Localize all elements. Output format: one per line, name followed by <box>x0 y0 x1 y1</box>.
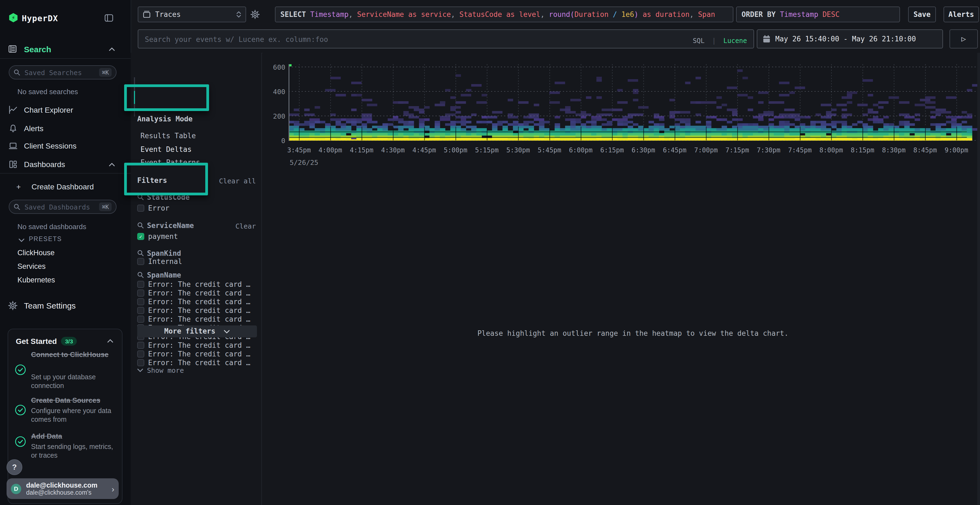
sql-token: , <box>451 10 459 19</box>
get-started-card: Get Started 3/3 Connect to ClickHouseSet… <box>8 329 123 504</box>
save-button[interactable]: Save <box>908 6 936 22</box>
sql-token: ServiceName as service <box>357 10 451 19</box>
create-dashboard-button[interactable]: + Create Dashboard <box>16 181 94 192</box>
divider <box>0 58 130 59</box>
hyperdx-logo-icon: ⚡ <box>9 13 18 22</box>
spanname-filter-row: Error: The credit card … <box>137 341 257 350</box>
analysis-mode-event-deltas[interactable]: Event Deltas <box>140 145 192 154</box>
checkbox-payment-checked[interactable]: ✓ <box>137 233 144 240</box>
sidebar-section-search[interactable]: Search <box>24 44 51 54</box>
sidebar: ⚡ HyperDX Search Saved Searches ⌘K No sa… <box>0 0 131 505</box>
spanname-filter-row: Error: The credit card … <box>137 315 257 324</box>
x-axis-date-label: 5/26/25 <box>290 158 318 167</box>
progress-badge: 3/3 <box>61 337 77 346</box>
more-filters-button[interactable]: More filters <box>137 326 257 337</box>
show-more-button[interactable]: Show more <box>147 366 184 375</box>
sidebar-preset-clickhouse[interactable]: ClickHouse <box>18 249 55 257</box>
filter-group-spankind[interactable]: SpanKind <box>147 249 181 257</box>
run-query-button[interactable]: ▷ <box>950 29 978 48</box>
filter-value-spanname[interactable]: Error: The credit card … <box>148 280 250 288</box>
checkbox-internal[interactable] <box>137 258 144 265</box>
search-icon <box>137 272 144 278</box>
filter-value-spanname[interactable]: Error: The credit card … <box>148 306 250 314</box>
filter-value-spanname[interactable]: Error: The credit card … <box>148 298 250 306</box>
checkbox-spanname[interactable] <box>137 298 144 305</box>
search-section-icon <box>8 44 17 53</box>
get-started-task-desc: Configure where your data comes from <box>31 407 114 424</box>
sql-select-editor[interactable]: SELECT Timestamp, ServiceName as service… <box>275 6 733 22</box>
sidebar-item-client-sessions[interactable]: Client Sessions <box>24 141 76 150</box>
clear-servicename-button[interactable]: Clear <box>229 222 256 230</box>
sql-token: , <box>690 10 698 19</box>
saved-searches-placeholder: Saved Searches <box>24 68 99 76</box>
x-tick-label: 6:45pm <box>658 146 691 154</box>
x-tick-label: 6:00pm <box>564 146 597 154</box>
checkbox-spanname[interactable] <box>137 307 144 314</box>
check-circle-icon <box>15 404 26 416</box>
filter-group-servicename[interactable]: ServiceName <box>147 221 194 230</box>
date-range-picker[interactable]: May 26 15:40:00 - May 26 21:10:00 <box>757 29 943 48</box>
clear-all-button[interactable]: Clear all <box>218 177 256 185</box>
filter-group-statuscode[interactable]: StatusCode <box>147 193 190 201</box>
checkbox-spanname[interactable] <box>137 342 144 349</box>
sidebar-item-chart-explorer[interactable]: Chart Explorer <box>24 106 73 114</box>
filter-value-spanname[interactable]: Error: The credit card … <box>148 350 250 358</box>
x-tick-label: 7:45pm <box>783 146 816 154</box>
sidebar-item-team-settings[interactable]: Team Settings <box>24 301 76 310</box>
chevron-up-icon[interactable] <box>109 48 115 51</box>
sql-token <box>306 10 310 19</box>
filter-value-error[interactable]: Error <box>148 204 169 212</box>
user-email: dale@clickhouse.com <box>26 481 111 489</box>
analysis-mode-results-table[interactable]: Results Table <box>140 132 196 140</box>
filter-value-spanname[interactable]: Error: The credit card … <box>148 359 250 367</box>
filter-value-spanname[interactable]: Error: The credit card … <box>148 341 250 349</box>
get-started-header[interactable]: Get Started 3/3 <box>16 337 77 346</box>
checkbox-spanname[interactable] <box>137 351 144 357</box>
sidebar-preset-services[interactable]: Services <box>18 262 55 270</box>
search-input[interactable] <box>144 30 701 49</box>
x-tick-label: 7:30pm <box>752 146 785 154</box>
no-saved-dashboards-label: No saved dashboards <box>18 222 86 231</box>
checkbox-spanname[interactable] <box>137 359 144 366</box>
checkbox-spanname[interactable] <box>137 281 144 287</box>
chevron-down-icon[interactable] <box>137 368 143 372</box>
checkbox-spanname[interactable] <box>137 316 144 322</box>
source-select[interactable]: Traces <box>138 6 246 22</box>
saved-searches-input[interactable]: Saved Searches ⌘K <box>9 65 116 79</box>
filter-value-internal[interactable]: Internal <box>148 257 182 265</box>
y-tick-label: 400 <box>262 87 285 96</box>
lang-toggle-lucene[interactable]: Lucene <box>723 37 747 44</box>
sidebar-preset-kubernetes[interactable]: Kubernetes <box>18 276 55 284</box>
avatar: D <box>11 483 21 494</box>
analysis-mode-event-patterns[interactable]: Event Patterns <box>140 158 200 167</box>
help-button[interactable]: ? <box>6 459 22 475</box>
order-by-editor[interactable]: ORDER BY Timestamp DESC <box>736 6 900 22</box>
check-circle-icon <box>15 364 26 375</box>
chevron-up-icon[interactable] <box>109 163 115 167</box>
filter-value-payment[interactable]: payment <box>148 232 178 241</box>
scrollbar[interactable] <box>977 53 980 505</box>
sidebar-item-alerts[interactable]: Alerts <box>24 124 43 133</box>
search-icon <box>137 250 144 256</box>
get-started-task-title[interactable]: Create Data Sources <box>31 395 113 405</box>
alerts-button[interactable]: Alerts <box>943 6 979 22</box>
get-started-task-title[interactable]: Add Data <box>31 432 113 441</box>
filter-value-spanname[interactable]: Error: The credit card … <box>148 289 250 297</box>
chevron-down-icon[interactable] <box>19 238 24 242</box>
sql-token: as duration <box>638 10 690 19</box>
chevron-up-icon[interactable] <box>107 339 113 343</box>
filter-group-spanname[interactable]: SpanName <box>147 271 181 279</box>
y-tick-label: 0 <box>262 137 285 145</box>
get-started-task-title[interactable]: Connect to ClickHouse <box>31 350 113 359</box>
saved-dashboards-input[interactable]: Saved Dashboards ⌘K <box>9 200 116 214</box>
filter-value-spanname[interactable]: Error: The credit card … <box>148 315 250 323</box>
checkbox-spanname[interactable] <box>137 289 144 296</box>
lang-toggle-sql[interactable]: SQL <box>693 37 705 44</box>
checkbox-error[interactable] <box>137 205 144 212</box>
duration-heatmap-canvas[interactable] <box>288 62 977 141</box>
sidebar-collapse-icon[interactable] <box>105 14 113 22</box>
sidebar-item-dashboards[interactable]: Dashboards <box>24 160 65 169</box>
source-settings-gear-icon[interactable] <box>250 10 260 19</box>
presets-header[interactable]: PRESETS <box>29 236 62 242</box>
user-menu[interactable]: D dale@clickhouse.com dale@clickhouse.co… <box>6 478 119 499</box>
